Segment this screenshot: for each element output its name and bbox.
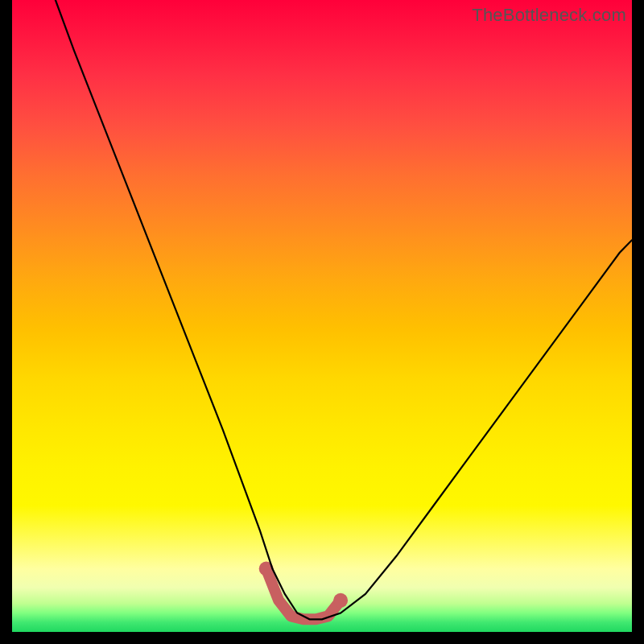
- highlight-line: [266, 569, 341, 620]
- highlight-endpoint-dot: [333, 593, 348, 608]
- chart-frame: TheBottleneck.com: [0, 0, 644, 644]
- watermark-text: TheBottleneck.com: [472, 5, 626, 26]
- plot-area: [12, 0, 632, 632]
- chart-svg: [12, 0, 632, 632]
- bottleneck-curve-line: [56, 0, 632, 619]
